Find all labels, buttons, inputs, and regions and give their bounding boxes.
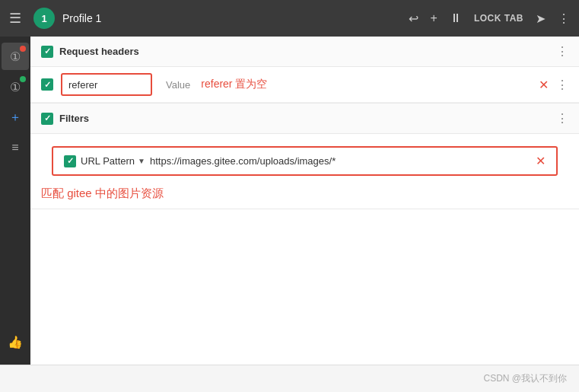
thumbsup-icon: 👍 <box>8 335 23 349</box>
url-pattern-row-wrapper: URL Pattern ▼ https://images.gitee.com/u… <box>30 134 579 176</box>
main-layout: ① ① ＋ ≡ 👍 Request headers ⋮ <box>0 37 579 365</box>
red-badge-dot <box>20 46 26 52</box>
request-headers-title: Request headers <box>59 46 550 57</box>
url-annotation-block: 匹配 gitee 中的图片资源 <box>30 182 579 209</box>
sidebar: ① ① ＋ ≡ 👍 <box>0 37 30 365</box>
referer-field-text: referer <box>68 79 97 91</box>
sidebar-list-icon: ≡ <box>11 141 18 155</box>
referer-row: referer Value referer 置为空 ✕ ⋮ <box>30 67 579 103</box>
sidebar-profile1-icon: ① <box>10 49 21 64</box>
sidebar-add-icon: ＋ <box>9 110 21 126</box>
request-headers-header: Request headers ⋮ <box>30 37 579 67</box>
url-annotation-text: 匹配 gitee 中的图片资源 <box>41 186 164 199</box>
filters-header: Filters ⋮ <box>30 104 579 134</box>
referer-value-label: Value <box>166 79 190 91</box>
lock-tab-button[interactable]: LOCK TAB <box>474 13 523 24</box>
add-icon[interactable]: + <box>431 11 437 25</box>
url-pattern-row: URL Pattern ▼ https://images.gitee.com/u… <box>52 146 558 176</box>
filters-title: Filters <box>59 113 550 124</box>
filters-section: Filters ⋮ URL Pattern ▼ https://images.g… <box>30 104 579 209</box>
referer-delete-icon[interactable]: ✕ <box>539 78 549 92</box>
profile-number: 1 <box>41 13 46 24</box>
url-pattern-checkbox[interactable] <box>64 155 76 167</box>
url-type-select[interactable]: URL Pattern ▼ <box>81 155 145 167</box>
request-headers-menu-icon[interactable]: ⋮ <box>556 44 568 59</box>
sidebar-item-list[interactable]: ≡ <box>2 134 29 161</box>
more-icon[interactable]: ⋮ <box>558 11 570 26</box>
filters-checkbox[interactable] <box>41 113 53 125</box>
top-bar: ☰ 1 Profile 1 ↩ + ⏸ LOCK TAB ➤ ⋮ <box>0 0 579 37</box>
referer-checkbox[interactable] <box>41 78 53 91</box>
url-type-label: URL Pattern <box>81 155 135 167</box>
share-icon[interactable]: ➤ <box>536 11 546 26</box>
filters-menu-icon[interactable]: ⋮ <box>556 111 568 126</box>
referer-row-menu-icon[interactable]: ⋮ <box>556 78 568 92</box>
undo-icon[interactable]: ↩ <box>409 11 418 26</box>
request-headers-checkbox[interactable] <box>41 46 53 58</box>
url-pattern-value[interactable]: https://images.gitee.com/uploads/images/… <box>150 155 528 167</box>
profile-name: Profile 1 <box>62 12 401 24</box>
sidebar-item-thumbsup[interactable]: 👍 <box>2 331 29 359</box>
sidebar-item-profile2[interactable]: ① <box>2 73 29 100</box>
sidebar-item-profile1[interactable]: ① <box>2 43 29 70</box>
pause-icon[interactable]: ⏸ <box>450 11 462 25</box>
sidebar-profile2-icon: ① <box>10 80 21 94</box>
green-badge-dot <box>20 76 26 82</box>
footer: CSDN @我认不到你 <box>0 365 579 392</box>
referer-annotation: referer 置为空 <box>201 78 267 91</box>
referer-field-box: referer <box>61 73 152 96</box>
top-bar-actions: ↩ + ⏸ LOCK TAB ➤ ⋮ <box>409 11 570 26</box>
hamburger-icon[interactable]: ☰ <box>9 10 21 27</box>
request-headers-section: Request headers ⋮ referer Value referer … <box>30 37 579 104</box>
url-type-arrow-icon: ▼ <box>138 157 145 165</box>
profile-badge: 1 <box>33 8 55 29</box>
sidebar-item-add[interactable]: ＋ <box>2 104 29 131</box>
content-area: Request headers ⋮ referer Value referer … <box>30 37 579 365</box>
url-pattern-delete-icon[interactable]: ✕ <box>536 154 546 168</box>
footer-text: CSDN @我认不到你 <box>483 372 567 385</box>
